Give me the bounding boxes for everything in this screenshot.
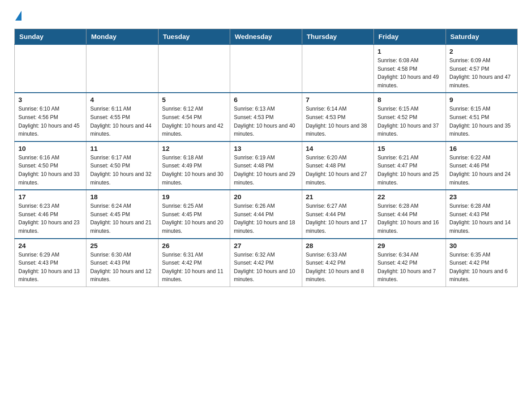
calendar-cell: [302, 44, 373, 93]
calendar-cell: [15, 44, 86, 93]
day-number: 15: [378, 145, 442, 152]
calendar-cell: 12Sunrise: 6:18 AMSunset: 4:49 PMDayligh…: [158, 141, 230, 190]
day-number: 6: [234, 96, 298, 103]
day-info: Sunrise: 6:11 AMSunset: 4:55 PMDaylight:…: [90, 105, 154, 138]
calendar-cell: 11Sunrise: 6:17 AMSunset: 4:50 PMDayligh…: [86, 141, 158, 190]
calendar-cell: 25Sunrise: 6:30 AMSunset: 4:43 PMDayligh…: [86, 239, 158, 287]
calendar-cell: 30Sunrise: 6:35 AMSunset: 4:42 PMDayligh…: [446, 239, 517, 287]
day-number: 30: [450, 242, 514, 249]
day-number: 17: [18, 193, 82, 201]
calendar-cell: 5Sunrise: 6:12 AMSunset: 4:54 PMDaylight…: [158, 93, 230, 141]
day-number: 28: [306, 242, 370, 249]
calendar-cell: 29Sunrise: 6:34 AMSunset: 4:42 PMDayligh…: [374, 239, 446, 287]
calendar-table: SundayMondayTuesdayWednesdayThursdayFrid…: [14, 29, 518, 287]
day-number: 2: [450, 47, 514, 55]
day-info: Sunrise: 6:22 AMSunset: 4:46 PMDaylight:…: [450, 154, 514, 187]
day-number: 21: [306, 193, 370, 201]
calendar-cell: 8Sunrise: 6:15 AMSunset: 4:52 PMDaylight…: [374, 93, 446, 141]
day-number: 1: [378, 47, 442, 55]
calendar-cell: 28Sunrise: 6:33 AMSunset: 4:42 PMDayligh…: [302, 239, 373, 287]
calendar-cell: 20Sunrise: 6:26 AMSunset: 4:44 PMDayligh…: [230, 190, 302, 238]
day-number: 19: [162, 193, 226, 201]
day-info: Sunrise: 6:21 AMSunset: 4:47 PMDaylight:…: [378, 154, 442, 187]
week-row-0: 1Sunrise: 6:08 AMSunset: 4:58 PMDaylight…: [15, 44, 518, 93]
calendar-cell: 1Sunrise: 6:08 AMSunset: 4:58 PMDaylight…: [374, 44, 446, 93]
day-info: Sunrise: 6:33 AMSunset: 4:42 PMDaylight:…: [306, 251, 370, 284]
day-info: Sunrise: 6:31 AMSunset: 4:42 PMDaylight:…: [162, 251, 226, 284]
day-number: 18: [90, 193, 154, 201]
calendar-cell: 21Sunrise: 6:27 AMSunset: 4:44 PMDayligh…: [302, 190, 373, 238]
day-number: 12: [162, 145, 226, 152]
calendar-cell: 16Sunrise: 6:22 AMSunset: 4:46 PMDayligh…: [446, 141, 517, 190]
day-number: 29: [378, 242, 442, 249]
page-header: [14, 11, 518, 21]
logo-arrow-icon: [15, 11, 21, 21]
day-number: 20: [234, 193, 298, 201]
day-number: 7: [306, 96, 370, 103]
day-number: 4: [90, 96, 154, 103]
calendar-cell: 23Sunrise: 6:28 AMSunset: 4:43 PMDayligh…: [446, 190, 517, 238]
day-info: Sunrise: 6:16 AMSunset: 4:50 PMDaylight:…: [18, 154, 82, 187]
day-info: Sunrise: 6:24 AMSunset: 4:45 PMDaylight:…: [90, 202, 154, 235]
day-info: Sunrise: 6:30 AMSunset: 4:43 PMDaylight:…: [90, 251, 154, 284]
calendar-cell: [86, 44, 158, 93]
day-number: 11: [90, 145, 154, 152]
calendar-cell: [230, 44, 302, 93]
day-info: Sunrise: 6:17 AMSunset: 4:50 PMDaylight:…: [90, 154, 154, 187]
day-info: Sunrise: 6:26 AMSunset: 4:44 PMDaylight:…: [234, 202, 298, 235]
calendar-cell: 26Sunrise: 6:31 AMSunset: 4:42 PMDayligh…: [158, 239, 230, 287]
day-info: Sunrise: 6:20 AMSunset: 4:48 PMDaylight:…: [306, 154, 370, 187]
day-number: 8: [378, 96, 442, 103]
calendar-cell: 4Sunrise: 6:11 AMSunset: 4:55 PMDaylight…: [86, 93, 158, 141]
calendar-header-monday: Monday: [86, 29, 158, 45]
day-info: Sunrise: 6:18 AMSunset: 4:49 PMDaylight:…: [162, 154, 226, 187]
day-info: Sunrise: 6:28 AMSunset: 4:43 PMDaylight:…: [450, 202, 514, 235]
day-number: 13: [234, 145, 298, 152]
calendar-cell: 6Sunrise: 6:13 AMSunset: 4:53 PMDaylight…: [230, 93, 302, 141]
calendar-cell: 13Sunrise: 6:19 AMSunset: 4:48 PMDayligh…: [230, 141, 302, 190]
calendar-cell: 14Sunrise: 6:20 AMSunset: 4:48 PMDayligh…: [302, 141, 373, 190]
calendar-cell: 18Sunrise: 6:24 AMSunset: 4:45 PMDayligh…: [86, 190, 158, 238]
week-row-3: 17Sunrise: 6:23 AMSunset: 4:46 PMDayligh…: [15, 190, 518, 238]
calendar-header-wednesday: Wednesday: [230, 29, 302, 45]
calendar-cell: 17Sunrise: 6:23 AMSunset: 4:46 PMDayligh…: [15, 190, 86, 238]
week-row-1: 3Sunrise: 6:10 AMSunset: 4:56 PMDaylight…: [15, 93, 518, 141]
calendar-header-tuesday: Tuesday: [158, 29, 230, 45]
day-number: 3: [18, 96, 82, 103]
calendar-cell: [158, 44, 230, 93]
calendar-header-saturday: Saturday: [446, 29, 517, 45]
week-row-4: 24Sunrise: 6:29 AMSunset: 4:43 PMDayligh…: [15, 239, 518, 287]
calendar-header-friday: Friday: [374, 29, 446, 45]
day-info: Sunrise: 6:23 AMSunset: 4:46 PMDaylight:…: [18, 202, 82, 235]
logo: [14, 11, 21, 21]
calendar-header-sunday: Sunday: [15, 29, 86, 45]
day-info: Sunrise: 6:09 AMSunset: 4:57 PMDaylight:…: [450, 56, 514, 90]
day-number: 10: [18, 145, 82, 152]
day-info: Sunrise: 6:14 AMSunset: 4:53 PMDaylight:…: [306, 105, 370, 138]
day-info: Sunrise: 6:13 AMSunset: 4:53 PMDaylight:…: [234, 105, 298, 138]
week-row-2: 10Sunrise: 6:16 AMSunset: 4:50 PMDayligh…: [15, 141, 518, 190]
day-info: Sunrise: 6:35 AMSunset: 4:42 PMDaylight:…: [450, 251, 514, 284]
day-number: 26: [162, 242, 226, 249]
day-info: Sunrise: 6:28 AMSunset: 4:44 PMDaylight:…: [378, 202, 442, 235]
day-number: 23: [450, 193, 514, 201]
day-info: Sunrise: 6:15 AMSunset: 4:52 PMDaylight:…: [378, 105, 442, 138]
day-number: 9: [450, 96, 514, 103]
day-info: Sunrise: 6:10 AMSunset: 4:56 PMDaylight:…: [18, 105, 82, 138]
day-info: Sunrise: 6:15 AMSunset: 4:51 PMDaylight:…: [450, 105, 514, 138]
day-number: 27: [234, 242, 298, 249]
day-number: 5: [162, 96, 226, 103]
calendar-header-row: SundayMondayTuesdayWednesdayThursdayFrid…: [15, 29, 518, 45]
day-info: Sunrise: 6:34 AMSunset: 4:42 PMDaylight:…: [378, 251, 442, 284]
day-info: Sunrise: 6:08 AMSunset: 4:58 PMDaylight:…: [378, 56, 442, 90]
calendar-cell: 19Sunrise: 6:25 AMSunset: 4:45 PMDayligh…: [158, 190, 230, 238]
calendar-cell: 22Sunrise: 6:28 AMSunset: 4:44 PMDayligh…: [374, 190, 446, 238]
day-info: Sunrise: 6:29 AMSunset: 4:43 PMDaylight:…: [18, 251, 82, 284]
day-info: Sunrise: 6:32 AMSunset: 4:42 PMDaylight:…: [234, 251, 298, 284]
day-number: 14: [306, 145, 370, 152]
day-number: 16: [450, 145, 514, 152]
day-number: 24: [18, 242, 82, 249]
day-info: Sunrise: 6:27 AMSunset: 4:44 PMDaylight:…: [306, 202, 370, 235]
day-info: Sunrise: 6:12 AMSunset: 4:54 PMDaylight:…: [162, 105, 226, 138]
day-info: Sunrise: 6:25 AMSunset: 4:45 PMDaylight:…: [162, 202, 226, 235]
